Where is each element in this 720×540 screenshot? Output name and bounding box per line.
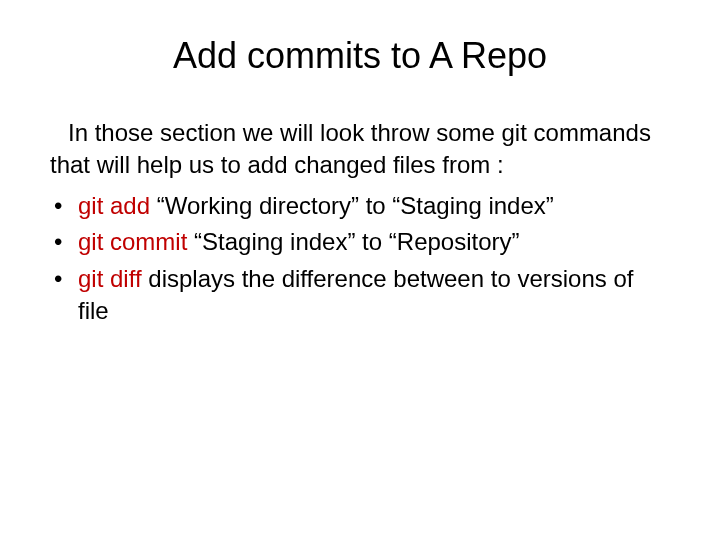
git-command: git commit <box>78 228 187 255</box>
git-command: git add <box>78 192 150 219</box>
command-description: “Working directory” to “Staging index” <box>150 192 554 219</box>
git-command: git diff <box>78 265 142 292</box>
slide-title: Add commits to A Repo <box>50 35 670 77</box>
command-description: “Staging index” to “Repository” <box>187 228 519 255</box>
list-item: git diff displays the difference between… <box>50 263 670 328</box>
command-description: displays the difference between to versi… <box>78 265 633 324</box>
list-item: git commit “Staging index” to “Repositor… <box>50 226 670 258</box>
intro-paragraph: In those section we will look throw some… <box>50 117 670 182</box>
command-list: git add “Working directory” to “Staging … <box>50 190 670 328</box>
list-item: git add “Working directory” to “Staging … <box>50 190 670 222</box>
